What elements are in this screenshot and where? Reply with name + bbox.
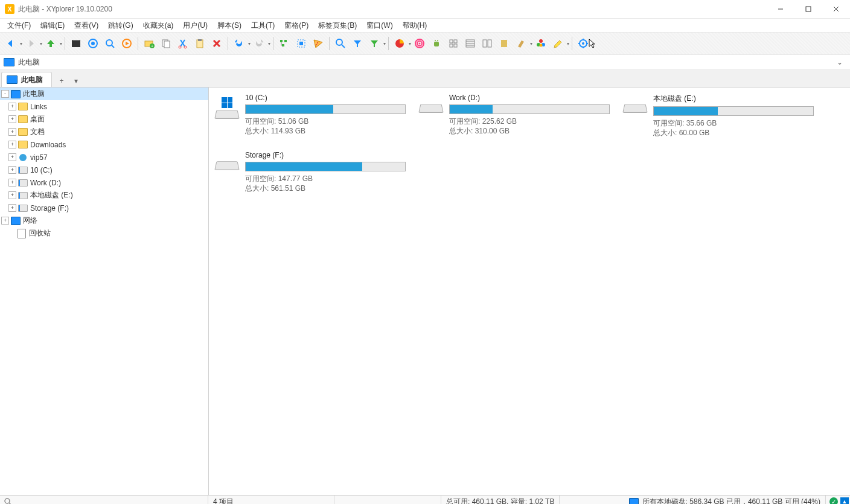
address-bar[interactable]: 此电脑 ⌄ xyxy=(0,55,850,70)
chart-icon[interactable] xyxy=(392,36,407,51)
tree-item-10c[interactable]: +10 (C:) xyxy=(0,164,208,176)
menu-9[interactable]: 标签页集(B) xyxy=(313,19,362,32)
redo-dropdown[interactable]: ▾ xyxy=(268,41,270,46)
undo-dropdown[interactable]: ▾ xyxy=(248,41,251,46)
status-capacity: 总可用: 460.11 GB, 容量: 1.02 TB xyxy=(441,496,560,504)
tree-expander[interactable]: + xyxy=(8,141,16,148)
grid-view-icon[interactable] xyxy=(446,36,461,51)
tab-list-dropdown[interactable]: ▾ xyxy=(70,75,82,87)
menu-0[interactable]: 文件(F) xyxy=(2,19,36,32)
status-ok-icon[interactable]: ✓ xyxy=(829,497,838,504)
tree-item-[interactable]: +网络 xyxy=(0,214,208,227)
column-view-icon[interactable] xyxy=(496,36,512,51)
new-tab-button[interactable]: + xyxy=(56,75,68,87)
pizza-icon[interactable] xyxy=(310,36,326,51)
menu-5[interactable]: 用户(U) xyxy=(178,19,212,32)
tree-item-workd[interactable]: +Work (D:) xyxy=(0,176,208,189)
menu-7[interactable]: 工具(T) xyxy=(246,19,280,32)
paste-button[interactable] xyxy=(192,36,208,51)
up-dropdown[interactable]: ▾ xyxy=(60,41,62,46)
tree-expander[interactable]: + xyxy=(1,217,9,225)
svg-point-62 xyxy=(5,499,10,503)
minimize-button[interactable] xyxy=(767,0,794,18)
tree-expander[interactable]: - xyxy=(1,90,9,98)
menu-3[interactable]: 跳转(G) xyxy=(103,19,138,32)
drive-icon xyxy=(621,94,650,123)
undo-button[interactable] xyxy=(231,36,247,51)
find-button[interactable] xyxy=(333,36,348,51)
tree-expander[interactable]: + xyxy=(8,166,16,174)
split-view-icon[interactable] xyxy=(479,36,495,51)
sweep-dropdown[interactable]: ▾ xyxy=(530,41,532,46)
folder-tree[interactable]: -此电脑+Links+桌面+文档+Downloads+vip57+10 (C:)… xyxy=(0,88,209,495)
copy-button[interactable] xyxy=(158,36,174,51)
tree-expander[interactable]: + xyxy=(8,179,16,187)
drive-list-pane[interactable]: 10 (C:)可用空间: 51.06 GB总大小: 114.93 GBWork … xyxy=(209,88,850,495)
maximize-button[interactable] xyxy=(794,0,822,18)
filter-dropdown[interactable]: ▾ xyxy=(383,41,386,46)
menu-4[interactable]: 收藏夹(a) xyxy=(138,19,179,32)
new-folder-button[interactable]: + xyxy=(141,36,157,51)
drive-storagef[interactable]: Storage (F:)可用空间: 147.77 GB总大小: 561.51 G… xyxy=(211,150,415,194)
filter-active-button[interactable] xyxy=(366,36,382,51)
drive-10c[interactable]: 10 (C:)可用空间: 51.06 GB总大小: 114.93 GB xyxy=(211,92,415,139)
color-wheel-icon[interactable] xyxy=(533,36,549,51)
status-update-icon[interactable]: ▲ xyxy=(840,497,849,504)
tree-item-[interactable]: +桌面 xyxy=(0,113,208,126)
forward-button[interactable] xyxy=(23,36,39,51)
tab-this-pc[interactable]: 此电脑 xyxy=(1,72,52,87)
highlighter-icon[interactable] xyxy=(550,36,566,51)
close-button[interactable] xyxy=(822,0,850,18)
tree-expander[interactable]: + xyxy=(8,128,16,136)
tree-item-vip57[interactable]: +vip57 xyxy=(0,151,208,164)
menu-10[interactable]: 窗口(W) xyxy=(362,19,397,32)
filter-button[interactable] xyxy=(350,36,365,51)
drive-usage-bar xyxy=(245,162,406,171)
address-dropdown[interactable]: ⌄ xyxy=(833,58,846,66)
tree-expander[interactable]: + xyxy=(8,204,16,212)
redo-button[interactable] xyxy=(251,36,267,51)
highlighter-dropdown[interactable]: ▾ xyxy=(567,41,569,46)
tree-item-e[interactable]: +本地磁盘 (E:) xyxy=(0,189,208,202)
select-icon[interactable] xyxy=(293,36,309,51)
settings-icon[interactable] xyxy=(575,36,591,51)
menu-1[interactable]: 编辑(E) xyxy=(36,19,69,32)
tree-item-[interactable]: +文档 xyxy=(0,126,208,138)
spiral-icon[interactable] xyxy=(412,36,427,51)
menu-11[interactable]: 帮助(H) xyxy=(398,19,432,32)
menu-8[interactable]: 窗格(P) xyxy=(280,19,313,32)
tree-item-storagef[interactable]: +Storage (F:) xyxy=(0,202,208,214)
status-search[interactable] xyxy=(0,496,208,504)
app-icon: X xyxy=(5,4,14,14)
delete-button[interactable] xyxy=(209,36,225,51)
drive-e[interactable]: 本地磁盘 (E:)可用空间: 35.66 GB总大小: 60.00 GB xyxy=(619,92,823,139)
sweep-icon[interactable] xyxy=(513,36,529,51)
tree-expander[interactable]: + xyxy=(8,115,16,123)
menu-2[interactable]: 查看(V) xyxy=(69,19,103,32)
tree-item-downloads[interactable]: +Downloads xyxy=(0,138,208,151)
menu-6[interactable]: 脚本(S) xyxy=(212,19,246,32)
up-button[interactable] xyxy=(43,36,59,51)
tree-expander[interactable]: + xyxy=(8,153,16,161)
cut-button[interactable] xyxy=(175,36,191,51)
target-icon[interactable] xyxy=(85,36,101,51)
forward-dropdown[interactable]: ▾ xyxy=(40,41,42,46)
back-dropdown[interactable]: ▾ xyxy=(20,41,22,46)
back-button[interactable] xyxy=(3,36,19,51)
tree-view-icon[interactable] xyxy=(276,36,292,51)
tree-expander[interactable]: + xyxy=(8,103,16,110)
tree-item-links[interactable]: +Links xyxy=(0,100,208,113)
tree-item-[interactable]: 回收站 xyxy=(0,227,208,240)
console-icon[interactable] xyxy=(68,36,84,51)
drive-workd[interactable]: Work (D:)可用空间: 225.62 GB总大小: 310.00 GB xyxy=(415,92,619,139)
tree-label: 此电脑 xyxy=(23,89,45,99)
tree-item-[interactable]: -此电脑 xyxy=(0,88,208,100)
play-target-icon[interactable] xyxy=(119,36,135,51)
search-target-icon[interactable] xyxy=(102,36,118,51)
chart-dropdown[interactable]: ▾ xyxy=(409,41,411,46)
android-icon[interactable] xyxy=(429,36,444,51)
tree-label: vip57 xyxy=(30,153,48,162)
details-view-icon[interactable] xyxy=(462,36,478,51)
status-disk-summary: 所有本地磁盘: 586.34 GB 已用，460.11 GB 可用 (44%) xyxy=(642,497,820,505)
tree-expander[interactable]: + xyxy=(8,191,16,199)
